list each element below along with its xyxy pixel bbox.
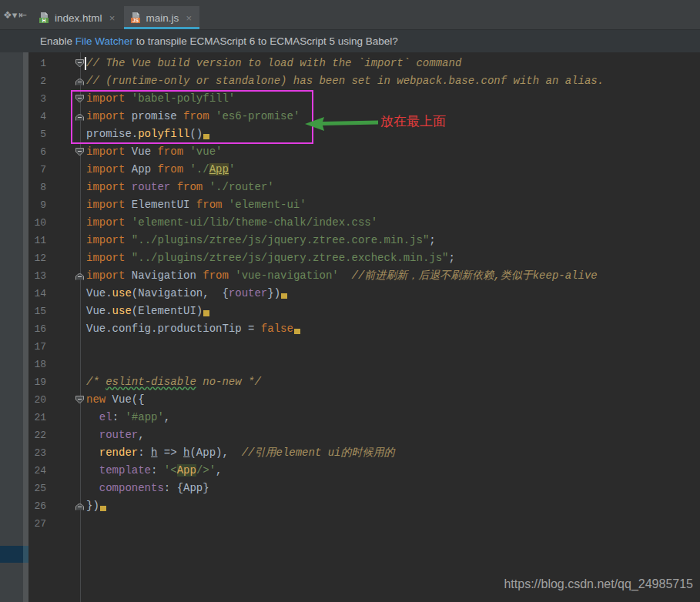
code-token: ; [429, 234, 435, 246]
fold-gutter [73, 356, 85, 373]
code-token: ; [449, 252, 455, 264]
fold-marker-icon[interactable] [73, 267, 85, 285]
code-text[interactable]: // (runtime-only or standalone) has been… [86, 72, 604, 90]
code-token: from [177, 181, 203, 193]
fold-gutter [73, 409, 85, 426]
code-line: 25 components: {App} [28, 480, 691, 497]
fold-marker-icon[interactable] [73, 90, 85, 108]
code-token: // (runtime-only or standalone) has been… [86, 75, 604, 87]
code-text[interactable]: import Navigation from 'vue-navigation' … [86, 267, 598, 285]
code-token: : [164, 482, 177, 494]
scroll-from-source-icon[interactable]: ⇤ [18, 10, 27, 20]
code-text[interactable]: render: h => h(App), //引用element ui的时候用的 [86, 444, 395, 462]
left-scrollbar[interactable] [23, 52, 28, 602]
code-token: 'vue-navigation' [235, 269, 338, 282]
tab-close-icon[interactable]: × [108, 12, 117, 24]
eol-warning-mark [100, 500, 106, 511]
line-number: 8 [28, 182, 49, 193]
code-editor[interactable]: 1// The Vue build version to load with t… [0, 52, 700, 602]
fold-gutter [73, 444, 85, 462]
fold-marker-icon[interactable] [73, 72, 85, 90]
fold-marker-icon[interactable] [73, 143, 85, 161]
code-token: Vue [125, 145, 157, 158]
fold-marker-icon[interactable] [73, 497, 85, 515]
line-number: 7 [28, 164, 49, 176]
code-token: (Navigation, { [132, 287, 229, 299]
code-token [86, 464, 99, 477]
code-text[interactable]: Vue.use(Navigation, {router}) [86, 285, 287, 303]
code-text[interactable]: import "../plugins/ztree/js/jquery.ztree… [86, 232, 436, 249]
code-text[interactable]: import "../plugins/ztree/js/jquery.ztree… [86, 249, 455, 267]
tab-close-icon[interactable]: × [184, 12, 193, 24]
code-text[interactable]: import router from './router' [86, 179, 274, 196]
code-text[interactable]: import 'babel-polyfill' [86, 90, 235, 108]
code-token: Vue.config.productionTip = [86, 323, 261, 335]
code-token: import [86, 199, 125, 211]
code-token [86, 482, 99, 494]
eol-warning-mark [203, 305, 209, 316]
code-text[interactable]: import promise from 'es6-promise' [86, 108, 300, 125]
code-text[interactable]: import ElementUI from 'element-ui' [86, 196, 306, 214]
code-token: () [189, 128, 203, 140]
code-text[interactable]: new Vue({ [86, 391, 145, 409]
code-text[interactable]: promise.polyfill() [86, 125, 209, 143]
code-text[interactable]: // The Vue build version to load with th… [86, 55, 461, 72]
tab-index-html[interactable]: Hindex.html× [32, 6, 123, 29]
code-token [125, 252, 131, 264]
line-number: 22 [28, 430, 49, 441]
line-number: 4 [28, 111, 49, 122]
code-line: 19/* eslint-disable no-new */ [28, 373, 691, 391]
code-token: from [203, 269, 229, 282]
code-token: '< [164, 464, 177, 477]
line-number: 1 [28, 58, 49, 69]
code-text[interactable]: }) [86, 497, 106, 515]
code-token: import [86, 216, 125, 229]
fold-gutter [73, 161, 85, 179]
code-token: App [177, 464, 196, 477]
code-token: promise [125, 110, 183, 122]
code-token: "../plugins/ztree/js/jquery.ztree.exchec… [132, 252, 449, 264]
annotation-label: 放在最上面 [380, 112, 446, 130]
code-text[interactable]: template: '<App/>', [86, 462, 223, 480]
code-text[interactable]: import Vue from 'vue' [86, 143, 222, 161]
code-text[interactable]: import App from './App' [86, 161, 235, 179]
fold-marker-icon[interactable] [73, 391, 85, 409]
code-text[interactable]: el: '#app', [86, 409, 170, 426]
code-token: 'es6-promise' [216, 110, 300, 122]
eol-warning-mark [203, 128, 209, 139]
code-token: : [151, 464, 164, 477]
js-file-icon: JS [129, 12, 142, 24]
code-token: '#app' [125, 411, 163, 423]
code-token: import [86, 110, 125, 122]
code-line: 18 [28, 356, 691, 373]
code-text[interactable]: Vue.use(ElementUI) [86, 303, 209, 320]
line-number: 17 [28, 341, 49, 353]
svg-text:H: H [42, 18, 46, 23]
code-token: import [86, 92, 125, 105]
code-text[interactable]: import 'element-ui/lib/theme-chalk/index… [86, 214, 377, 232]
view-options-icon[interactable]: ❖▾ [3, 10, 17, 20]
line-number: 19 [28, 376, 49, 388]
notification-bar: Enable File Watcher to transpile ECMAScr… [0, 29, 700, 52]
code-text[interactable]: Vue.config.productionTip = false [86, 320, 300, 338]
code-token: />' [196, 464, 216, 477]
fold-gutter [73, 179, 85, 196]
line-number: 12 [28, 253, 49, 264]
code-line: 3import 'babel-polyfill' [28, 90, 691, 108]
code-text[interactable]: router, [86, 426, 145, 444]
line-number: 15 [28, 306, 49, 317]
code-line: 22 router, [28, 426, 691, 444]
code-token: render [99, 446, 138, 459]
fold-marker-icon[interactable] [73, 108, 85, 125]
file-watcher-link[interactable]: File Watcher [75, 35, 133, 47]
fold-marker-icon[interactable] [73, 55, 85, 72]
code-token: App [125, 163, 157, 176]
tab-main-js[interactable]: JSmain.js× [124, 6, 200, 29]
code-token: , [164, 411, 170, 423]
code-text[interactable]: /* eslint-disable no-new */ [86, 373, 261, 391]
code-token: {App} [177, 482, 209, 494]
code-line: 6import Vue from 'vue' [28, 143, 691, 161]
code-line: 7import App from './App' [28, 161, 691, 179]
code-token: Navigation [125, 269, 203, 282]
code-text[interactable]: components: {App} [86, 480, 209, 497]
